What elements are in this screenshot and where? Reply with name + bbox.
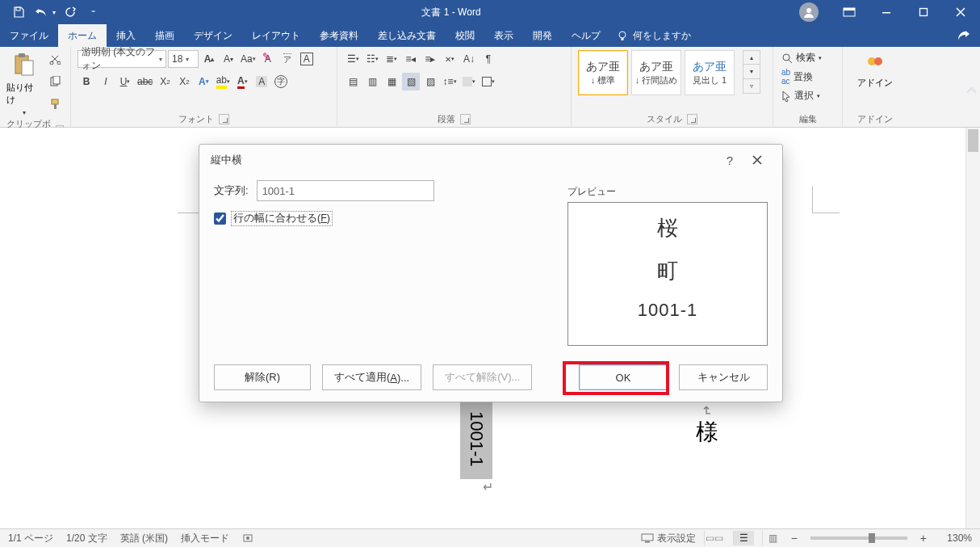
zoom-out-icon[interactable]: − <box>791 532 798 545</box>
tab-mailings[interactable]: 差し込み文書 <box>368 24 446 47</box>
tab-layout[interactable]: レイアウト <box>242 24 310 47</box>
tell-me[interactable]: 何をしますか <box>617 24 691 47</box>
highlight-icon[interactable]: ab▾ <box>214 73 232 90</box>
style-heading1[interactable]: あア亜見出し 1 <box>685 50 735 95</box>
cancel-button[interactable]: キャンセル <box>679 364 768 390</box>
paste-icon[interactable] <box>10 50 39 79</box>
display-settings[interactable]: 表示設定 <box>641 532 696 545</box>
collapse-ribbon-icon[interactable]: ⌃ <box>965 67 977 125</box>
bold-button[interactable]: B <box>77 73 95 90</box>
tab-design[interactable]: デザイン <box>184 24 242 47</box>
redo-icon[interactable] <box>60 2 81 23</box>
undo-icon[interactable] <box>31 2 52 23</box>
tab-references[interactable]: 参考資料 <box>310 24 368 47</box>
subscript-button[interactable]: X2 <box>156 73 174 90</box>
addins-icon[interactable] <box>864 50 886 73</box>
style-nospacing[interactable]: あア亜↓ 行間詰め <box>631 50 681 95</box>
gallery-up-icon[interactable]: ▴ <box>743 50 760 65</box>
strikethrough-button[interactable]: abc <box>136 73 154 90</box>
zoom-in-icon[interactable]: + <box>920 532 927 545</box>
addins-label[interactable]: アドイン <box>857 78 893 88</box>
multilevel-list-icon[interactable]: ≣▾ <box>383 50 400 68</box>
line-spacing-icon[interactable]: ↕≡▾ <box>441 73 459 90</box>
sort-icon[interactable]: A↓ <box>460 50 478 68</box>
status-page[interactable]: 1/1 ページ <box>8 532 53 545</box>
align-tr-icon[interactable]: ▦ <box>383 73 400 90</box>
align-tc-icon[interactable]: ▥ <box>363 73 381 90</box>
dialog-close-icon[interactable] <box>743 148 771 172</box>
status-language[interactable]: 英語 (米国) <box>120 532 168 545</box>
underline-button[interactable]: U▾ <box>116 73 134 90</box>
font-color-icon[interactable]: A▾ <box>233 73 251 90</box>
tab-draw[interactable]: 描画 <box>145 24 184 47</box>
tab-home[interactable]: ホーム <box>58 24 107 47</box>
paragraph-dialog-launcher[interactable] <box>460 114 471 124</box>
ok-button[interactable]: OK <box>579 364 668 390</box>
gallery-down-icon[interactable]: ▾ <box>743 65 760 79</box>
numbering-icon[interactable]: ☷▾ <box>363 50 381 68</box>
read-mode-icon[interactable]: ▭▭ <box>704 531 725 545</box>
tab-help[interactable]: ヘルプ <box>562 24 610 47</box>
change-case-icon[interactable]: Aa▾ <box>239 50 258 68</box>
save-icon[interactable] <box>8 2 29 23</box>
web-layout-icon[interactable]: ▥ <box>762 531 783 545</box>
apply-all-button[interactable]: すべて適用(A)... <box>322 364 421 390</box>
copy-icon[interactable] <box>46 73 64 90</box>
scrollbar-thumb[interactable] <box>968 129 978 152</box>
undo-dropdown-icon[interactable]: ▾ <box>50 2 58 23</box>
show-marks-icon[interactable]: ¶ <box>480 50 497 68</box>
zoom-level[interactable]: 130% <box>935 532 972 544</box>
minimize-icon[interactable] <box>869 0 904 24</box>
tab-file[interactable]: ファイル <box>0 24 58 47</box>
remove-button[interactable]: 解除(R) <box>214 364 311 390</box>
string-input[interactable] <box>257 180 434 201</box>
decrease-indent-icon[interactable]: ≡◂ <box>402 50 420 68</box>
tab-review[interactable]: 校閲 <box>446 24 484 47</box>
style-gallery-scroll[interactable]: ▴ ▾ ▿ <box>743 50 760 94</box>
font-dialog-launcher[interactable] <box>219 114 229 124</box>
tab-developer[interactable]: 開発 <box>523 24 562 47</box>
format-painter-icon[interactable] <box>46 95 64 113</box>
qat-customize-icon[interactable]: ⁼ <box>82 2 103 23</box>
superscript-button[interactable]: X2 <box>175 73 193 90</box>
zoom-slider-knob[interactable] <box>869 533 875 543</box>
select-button[interactable]: 選択▾ <box>780 88 823 103</box>
clear-formatting-icon[interactable]: A✎ <box>259 50 277 68</box>
italic-button[interactable]: I <box>97 73 115 90</box>
vertical-scrollbar[interactable] <box>965 128 980 528</box>
style-gallery[interactable]: あア亜↓ 標準 あア亜↓ 行間詰め あア亜見出し 1 <box>578 50 735 95</box>
cut-icon[interactable] <box>46 50 64 68</box>
replace-button[interactable]: abac置換 <box>780 67 823 86</box>
macro-record-icon[interactable] <box>242 532 253 544</box>
tab-insert[interactable]: 挿入 <box>107 24 145 47</box>
close-icon[interactable] <box>943 0 978 24</box>
asian-layout-icon[interactable]: ✕▾ <box>441 50 459 68</box>
account-avatar-icon[interactable] <box>799 2 819 22</box>
print-layout-icon[interactable]: ☰ <box>733 531 754 545</box>
share-button[interactable] <box>948 24 980 47</box>
font-family-combo[interactable]: 游明朝 (本文のフォン▾ <box>77 50 166 68</box>
align-tl-icon[interactable]: ▤ <box>344 73 362 90</box>
styles-dialog-launcher[interactable] <box>687 114 697 124</box>
text-effects-icon[interactable]: A▾ <box>195 73 212 90</box>
tab-view[interactable]: 表示 <box>484 24 523 47</box>
font-size-combo[interactable]: 18▾ <box>168 50 199 68</box>
bullets-icon[interactable]: ☰▾ <box>344 50 362 68</box>
status-mode[interactable]: 挿入モード <box>181 532 229 545</box>
find-button[interactable]: 検索▾ <box>780 50 823 65</box>
phonetic-guide-icon[interactable]: ア <box>279 50 296 68</box>
shading-icon[interactable]: ▾ <box>460 73 478 90</box>
selected-text[interactable]: 1001-1 <box>460 398 492 479</box>
zoom-slider[interactable] <box>810 536 907 540</box>
style-normal[interactable]: あア亜↓ 標準 <box>578 50 628 95</box>
increase-indent-icon[interactable]: ≡▸ <box>421 50 439 68</box>
character-shading-icon[interactable]: A <box>253 73 270 90</box>
character-border-icon[interactable]: A <box>298 50 316 68</box>
gallery-more-icon[interactable]: ▿ <box>743 79 760 94</box>
ribbon-display-icon[interactable] <box>831 0 867 24</box>
borders-icon[interactable]: ▾ <box>480 73 497 90</box>
shrink-font-icon[interactable]: A▾ <box>220 50 237 68</box>
grow-font-icon[interactable]: A▴ <box>200 50 218 68</box>
align-distribute-icon[interactable]: ▨ <box>421 73 439 90</box>
maximize-icon[interactable] <box>906 0 941 24</box>
